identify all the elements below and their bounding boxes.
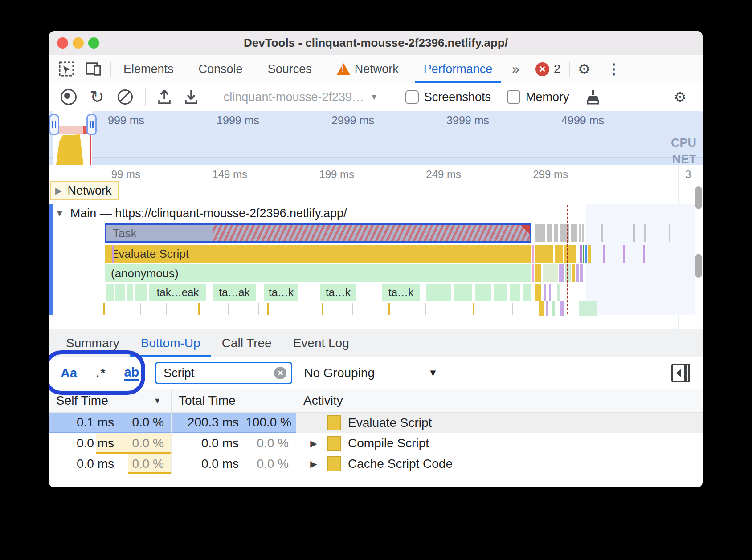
network-track-header[interactable]: ▶ Network: [50, 181, 119, 200]
table-row[interactable]: 0.0 ms0.0 % 0.0 ms0.0 % ▶ Compile Script: [49, 433, 703, 454]
flame-chip[interactable]: [127, 284, 133, 301]
selection-handle-left[interactable]: [49, 114, 59, 135]
performance-toolbar: ↻ clinquant-mousse-2f239… ▼ Screenshots …: [49, 83, 703, 111]
separator: [210, 88, 210, 106]
tick-mark: [473, 303, 474, 315]
flame-chart[interactable]: 99 ms 149 ms 199 ms 249 ms 299 ms 3 ▶ Ne…: [49, 165, 703, 329]
idle-region: [586, 204, 695, 315]
flame-chip[interactable]: [475, 284, 491, 301]
screenshots-checkbox[interactable]: Screenshots: [405, 90, 491, 104]
tab-sources[interactable]: Sources: [255, 56, 324, 83]
record-button[interactable]: [61, 89, 77, 105]
column-total-time[interactable]: Total Time: [172, 389, 296, 412]
disclosure-right-icon[interactable]: ▶: [307, 438, 320, 449]
gridline: [378, 111, 378, 165]
flame-anonymous-bar[interactable]: (anonymous): [105, 264, 531, 282]
filter-input[interactable]: [163, 366, 274, 381]
overview-tick: 999 ms: [108, 114, 148, 127]
minimize-window-button[interactable]: [73, 37, 84, 49]
flame-chip[interactable]: tak…eak: [149, 284, 206, 301]
tick-mark: [388, 303, 390, 315]
flame-chip[interactable]: [454, 284, 472, 301]
tabbar-icons: [49, 61, 111, 77]
flame-segment: [532, 264, 534, 282]
tab-event-log[interactable]: Event Log: [282, 329, 360, 357]
annotation-highlight: [49, 350, 145, 395]
device-toolbar-icon[interactable]: [86, 61, 102, 77]
show-sidebar-icon[interactable]: [671, 364, 690, 382]
tab-elements[interactable]: Elements: [111, 56, 186, 83]
scrollbar-thumb[interactable]: [695, 186, 702, 209]
flame-chip[interactable]: ta…k: [320, 284, 356, 301]
save-profile-icon[interactable]: [184, 89, 198, 105]
flame-chip[interactable]: ta…k: [382, 284, 420, 301]
kebab-menu-icon[interactable]: ⋮: [599, 62, 629, 76]
flame-segment[interactable]: [535, 264, 541, 282]
ruler-tick: 299 ms: [533, 168, 572, 181]
tick-mark: [140, 303, 141, 315]
garbage-collect-icon[interactable]: [585, 89, 601, 105]
selection-handle-right[interactable]: [86, 114, 97, 135]
close-window-button[interactable]: [57, 37, 68, 49]
flame-segment[interactable]: [547, 224, 552, 242]
net-track-label: NET: [672, 153, 696, 165]
tab-bottom-up[interactable]: Bottom-Up: [130, 329, 211, 357]
disclosure-right-icon[interactable]: ▶: [307, 459, 320, 469]
tick-mark: [552, 301, 555, 316]
flame-chip[interactable]: [115, 284, 125, 301]
error-count: 2: [554, 62, 560, 76]
flame-segment: [544, 284, 546, 301]
flame-chip[interactable]: ta…k: [264, 284, 298, 301]
flame-segment: [557, 284, 560, 301]
flame-segment: [623, 245, 625, 263]
table-row[interactable]: 0.1 ms0.0 % 200.3 ms100.0 % ▶ Evaluate S…: [49, 413, 703, 433]
flame-segment[interactable]: [555, 245, 563, 263]
flame-segment[interactable]: [535, 245, 553, 263]
flame-segment[interactable]: [554, 224, 558, 242]
history-dropdown[interactable]: clinquant-mousse-2f239… ▼: [224, 90, 378, 104]
flame-chip[interactable]: ta…ak: [213, 284, 256, 301]
inspect-element-icon[interactable]: [59, 61, 74, 77]
filter-bar: Aa .* ab ✕ No Grouping ▼: [49, 357, 703, 389]
flame-chip[interactable]: [494, 284, 507, 301]
reload-record-icon[interactable]: ↻: [90, 89, 104, 106]
settings-gear-icon[interactable]: ⚙: [570, 62, 599, 76]
flame-segment: [532, 245, 534, 263]
grouping-dropdown[interactable]: No Grouping ▼: [304, 366, 438, 380]
error-badge[interactable]: ✕ 2: [527, 62, 569, 76]
tick-mark: [539, 301, 544, 316]
main-track-header[interactable]: ▼ Main — https://clinquant-mousse-2f2396…: [55, 207, 347, 220]
tab-console[interactable]: Console: [186, 56, 255, 83]
more-tabs-button[interactable]: »: [505, 61, 527, 77]
zoom-window-button[interactable]: [88, 37, 99, 49]
clear-filter-icon[interactable]: ✕: [274, 367, 286, 379]
table-header: Self Time ▼ Total Time Activity: [49, 389, 703, 413]
table-row[interactable]: 0.0 ms0.0 % 0.0 ms0.0 % ▶ Cache Script C…: [49, 454, 703, 474]
capture-settings-gear-icon[interactable]: ⚙: [666, 90, 695, 104]
flame-segment: [601, 224, 603, 242]
column-activity[interactable]: Activity: [296, 389, 703, 412]
overview-longtask-band: [58, 126, 86, 134]
ruler-tick: 199 ms: [319, 168, 358, 181]
tab-network[interactable]: Network: [324, 56, 411, 83]
flame-evaluate-script-bar[interactable]: Evaluate Script: [105, 245, 531, 263]
tick-mark: [103, 303, 105, 315]
load-profile-icon[interactable]: [157, 89, 172, 105]
flame-segment[interactable]: [535, 224, 545, 242]
flame-chip[interactable]: [426, 284, 451, 301]
separator: [392, 88, 392, 106]
memory-checkbox[interactable]: Memory: [507, 90, 569, 104]
flame-chip[interactable]: [135, 284, 147, 301]
flame-chip[interactable]: [106, 284, 114, 301]
clear-recording-icon[interactable]: [118, 89, 133, 105]
overview-tick: 2999 ms: [331, 114, 378, 127]
flame-task-bar[interactable]: Task: [105, 223, 531, 243]
tab-performance[interactable]: Performance: [411, 56, 505, 83]
chevron-down-icon: ▼: [370, 93, 378, 102]
flame-chip[interactable]: [523, 284, 531, 301]
flame-chip[interactable]: [510, 284, 520, 301]
tab-call-tree[interactable]: Call Tree: [211, 329, 282, 357]
scrollbar-thumb[interactable]: [695, 254, 702, 278]
timeline-overview[interactable]: 999 ms 1999 ms 2999 ms 3999 ms 4999 ms C…: [49, 111, 703, 165]
tick-mark: [322, 303, 323, 315]
